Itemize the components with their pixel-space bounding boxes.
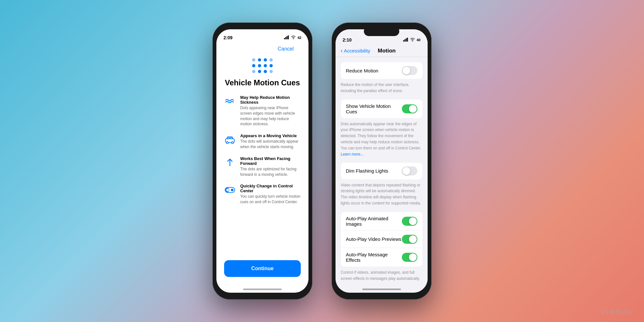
auto-play-animated-toggle[interactable] <box>402 217 417 226</box>
svg-rect-14 <box>403 40 404 42</box>
dim-flashing-row: Dim Flashing Lights <box>341 163 422 179</box>
dim-flashing-section: Dim Flashing Lights <box>341 163 422 179</box>
battery-icon-1: 42 <box>298 36 301 40</box>
svg-rect-2 <box>287 36 288 39</box>
feature-item-2: Appears in a Moving Vehicle The dots wil… <box>224 133 301 150</box>
phone-1: 2:09 42 Cancel <box>213 23 312 299</box>
svg-rect-17 <box>407 38 408 42</box>
reduce-motion-section: Reduce Motion <box>341 62 422 79</box>
svg-rect-16 <box>406 38 407 42</box>
signal-icon-2 <box>403 38 408 42</box>
svg-point-4 <box>293 38 294 39</box>
back-chevron-icon: ‹ <box>341 47 343 54</box>
phone-2-content: 2:10 40 ‹ Accessibility Motion <box>336 29 428 293</box>
toggle-knob <box>402 67 410 74</box>
wifi-icon-2 <box>410 38 415 42</box>
vmc-title: Vehicle Motion Cues <box>216 78 308 95</box>
phone-1-content: 2:09 42 Cancel <box>216 29 308 293</box>
cancel-button[interactable]: Cancel <box>270 43 301 52</box>
svg-point-7 <box>232 142 233 144</box>
auto-play-message-label: Auto-Play Message Effects <box>346 252 402 263</box>
vehicle-motion-desc-area: Dots automatically appear near the edges… <box>341 119 422 159</box>
status-icons-2: 40 <box>403 38 421 42</box>
dim-flashing-desc-area: Video content that depicts repeated flas… <box>341 181 422 209</box>
reduce-motion-toggle[interactable] <box>402 66 417 75</box>
feature-list: May Help Reduce Motion Sickness Dots app… <box>216 95 308 254</box>
dim-flashing-desc: Video content that depicts repeated flas… <box>341 183 421 205</box>
auto-play-section: Auto-Play Animated Images Auto-Play Vide… <box>341 212 422 267</box>
settings-scroll[interactable]: Reduce Motion Reduce the motion of the u… <box>336 57 428 287</box>
motion-nav-bar: ‹ Accessibility Motion <box>336 46 428 57</box>
toggle-knob-apa <box>409 217 417 225</box>
learn-more-link[interactable]: Learn more... <box>341 152 364 156</box>
auto-play-message-row: Auto-Play Message Effects <box>341 248 422 267</box>
toggle-knob-vm <box>409 105 417 113</box>
phone-2: 2:10 40 ‹ Accessibility Motion <box>332 23 431 299</box>
time-display-1: 2:09 <box>223 35 232 40</box>
back-label: Accessibility <box>344 48 370 53</box>
svg-point-13 <box>231 189 233 191</box>
control-center-icon <box>224 184 236 196</box>
cancel-button-area: Cancel <box>216 46 308 52</box>
svg-point-18 <box>412 41 413 42</box>
auto-play-message-toggle[interactable] <box>402 253 417 262</box>
arrow-up-icon <box>224 157 236 168</box>
svg-rect-9 <box>230 137 232 139</box>
wifi-icon-1 <box>291 35 296 40</box>
nav-title: Motion <box>370 48 403 54</box>
vehicle-motion-desc: Dots automatically appear near the edges… <box>341 122 421 150</box>
dynamic-island <box>364 26 399 36</box>
toggle-knob-apm <box>409 253 417 261</box>
back-button[interactable]: ‹ Accessibility <box>341 47 370 54</box>
reduce-motion-desc: Reduce the motion of the user interface,… <box>341 82 409 93</box>
vehicle-motion-label: Show Vehicle Motion Cues <box>346 103 402 114</box>
feature-item-1: May Help Reduce Motion Sickness Dots app… <box>224 95 301 127</box>
auto-play-video-label: Auto-Play Video Previews <box>346 236 401 242</box>
auto-play-desc: Control if videos, animated images, and … <box>341 270 420 281</box>
waves-icon <box>224 96 236 107</box>
svg-rect-3 <box>288 35 289 39</box>
status-icons-1: 42 <box>284 35 301 40</box>
feature-text-2: Appears in a Moving Vehicle The dots wil… <box>240 133 301 150</box>
reduce-motion-label: Reduce Motion <box>346 68 378 73</box>
vehicle-motion-section: Show Vehicle Motion Cues <box>341 99 422 118</box>
toggle-knob-df <box>402 167 410 175</box>
home-indicator-2 <box>362 289 401 290</box>
phone-1-screen: 2:09 42 Cancel <box>216 29 308 293</box>
feature-text-1: May Help Reduce Motion Sickness Dots app… <box>240 95 301 127</box>
car-icon <box>224 134 236 146</box>
feature-text-3: Works Best When Facing Forward The dots … <box>240 156 301 177</box>
svg-rect-1 <box>285 37 286 39</box>
feature-item-3: Works Best When Facing Forward The dots … <box>224 156 301 177</box>
signal-icon-1 <box>284 35 289 40</box>
watermark: 9T⊕5Mac <box>601 308 634 316</box>
reduce-motion-desc-area: Reduce the motion of the user interface,… <box>341 80 422 96</box>
auto-play-video-toggle[interactable] <box>402 235 417 244</box>
auto-play-desc-area: Control if videos, animated images, and … <box>341 268 422 284</box>
vehicle-motion-row: Show Vehicle Motion Cues <box>341 99 422 118</box>
svg-point-12 <box>226 189 229 191</box>
continue-button[interactable]: Continue <box>224 260 301 277</box>
dim-flashing-label: Dim Flashing Lights <box>346 168 388 174</box>
feature-item-4: Quickly Change in Control Center You can… <box>224 184 301 205</box>
auto-play-animated-row: Auto-Play Animated Images <box>341 212 422 231</box>
svg-rect-0 <box>284 38 285 39</box>
auto-play-animated-label: Auto-Play Animated Images <box>346 216 402 227</box>
toggle-knob-apv <box>409 235 417 243</box>
phone-2-screen: 2:10 40 ‹ Accessibility Motion <box>336 29 428 293</box>
time-display-2: 2:10 <box>343 37 352 43</box>
auto-play-video-row: Auto-Play Video Previews <box>341 231 422 248</box>
reduce-motion-row: Reduce Motion <box>341 62 422 79</box>
battery-icon-2: 40 <box>417 38 421 42</box>
vmc-dots-icon <box>216 58 308 73</box>
vehicle-motion-toggle[interactable] <box>402 104 417 113</box>
feature-text-4: Quickly Change in Control Center You can… <box>240 184 301 205</box>
svg-point-6 <box>226 142 228 144</box>
svg-rect-15 <box>404 39 405 42</box>
svg-rect-8 <box>228 137 230 139</box>
dim-flashing-toggle[interactable] <box>402 166 417 175</box>
home-indicator-1 <box>243 289 282 290</box>
